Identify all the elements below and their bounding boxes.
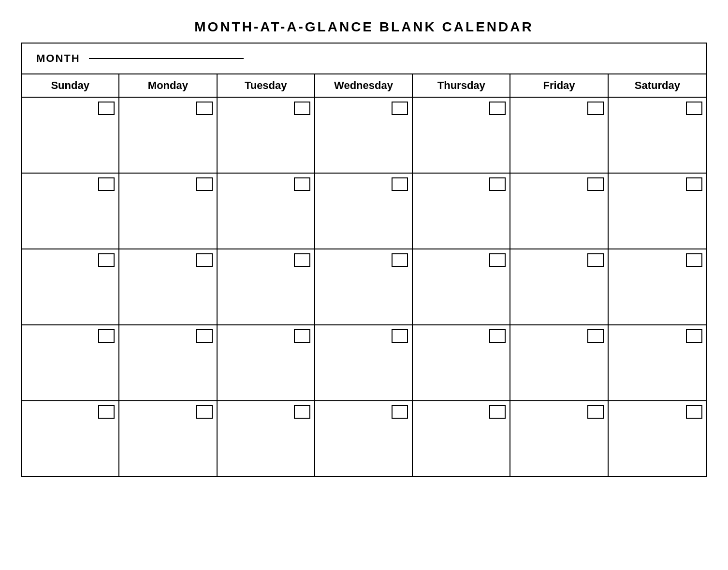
cell-r3-sat[interactable]	[609, 249, 706, 324]
date-box	[294, 329, 310, 343]
date-box	[196, 405, 213, 419]
cell-r4-sat[interactable]	[609, 325, 706, 400]
calendar: MONTH Sunday Monday Tuesday Wednesday Th…	[21, 43, 707, 477]
date-box	[98, 405, 115, 419]
cell-r4-thu[interactable]	[413, 325, 510, 400]
day-header-thursday: Thursday	[413, 74, 510, 97]
cell-r2-thu[interactable]	[413, 174, 510, 248]
cell-r5-mon[interactable]	[119, 401, 217, 476]
cell-r5-wed[interactable]	[315, 401, 413, 476]
cell-r1-tue[interactable]	[218, 98, 315, 173]
cell-r2-sun[interactable]	[22, 174, 119, 248]
date-box	[392, 405, 408, 419]
date-box	[587, 102, 604, 115]
page-wrapper: MONTH-AT-A-GLANCE BLANK CALENDAR MONTH S…	[16, 10, 712, 487]
date-box	[98, 177, 115, 191]
cell-r5-thu[interactable]	[413, 401, 510, 476]
date-box	[98, 253, 115, 267]
day-header-monday: Monday	[119, 74, 217, 97]
date-box	[587, 329, 604, 343]
calendar-row-5	[22, 401, 706, 476]
cell-r4-mon[interactable]	[119, 325, 217, 400]
cell-r3-tue[interactable]	[218, 249, 315, 324]
date-box	[686, 102, 702, 115]
date-box	[587, 177, 604, 191]
cell-r2-fri[interactable]	[510, 174, 608, 248]
cell-r3-sun[interactable]	[22, 249, 119, 324]
cell-r1-fri[interactable]	[510, 98, 608, 173]
calendar-row-1	[22, 98, 706, 174]
date-box	[196, 177, 213, 191]
cell-r3-wed[interactable]	[315, 249, 413, 324]
cell-r2-sat[interactable]	[609, 174, 706, 248]
date-box	[294, 405, 310, 419]
cell-r1-wed[interactable]	[315, 98, 413, 173]
days-header: Sunday Monday Tuesday Wednesday Thursday…	[22, 74, 706, 98]
cell-r4-wed[interactable]	[315, 325, 413, 400]
date-box	[196, 329, 213, 343]
page-title: MONTH-AT-A-GLANCE BLANK CALENDAR	[21, 19, 707, 35]
calendar-row-2	[22, 174, 706, 249]
cell-r1-sat[interactable]	[609, 98, 706, 173]
date-box	[489, 253, 506, 267]
day-header-sunday: Sunday	[22, 74, 119, 97]
date-box	[686, 177, 702, 191]
cell-r1-thu[interactable]	[413, 98, 510, 173]
cell-r3-thu[interactable]	[413, 249, 510, 324]
date-box	[196, 102, 213, 115]
date-box	[686, 405, 702, 419]
cell-r5-fri[interactable]	[510, 401, 608, 476]
cell-r1-sun[interactable]	[22, 98, 119, 173]
cell-r5-sat[interactable]	[609, 401, 706, 476]
date-box	[686, 253, 702, 267]
month-header: MONTH	[22, 44, 706, 74]
cell-r4-fri[interactable]	[510, 325, 608, 400]
month-line	[89, 58, 244, 59]
cell-r2-wed[interactable]	[315, 174, 413, 248]
cell-r1-mon[interactable]	[119, 98, 217, 173]
date-box	[392, 177, 408, 191]
date-box	[489, 329, 506, 343]
date-box	[294, 253, 310, 267]
cell-r3-mon[interactable]	[119, 249, 217, 324]
cell-r2-mon[interactable]	[119, 174, 217, 248]
date-box	[392, 253, 408, 267]
date-box	[392, 102, 408, 115]
date-box	[294, 102, 310, 115]
cell-r4-sun[interactable]	[22, 325, 119, 400]
date-box	[489, 102, 506, 115]
cell-r2-tue[interactable]	[218, 174, 315, 248]
calendar-row-3	[22, 249, 706, 325]
day-header-saturday: Saturday	[609, 74, 706, 97]
day-header-friday: Friday	[510, 74, 608, 97]
cell-r5-sun[interactable]	[22, 401, 119, 476]
date-box	[294, 177, 310, 191]
date-box	[489, 177, 506, 191]
calendar-row-4	[22, 325, 706, 401]
date-box	[98, 102, 115, 115]
cell-r3-fri[interactable]	[510, 249, 608, 324]
calendar-grid	[22, 98, 706, 476]
date-box	[196, 253, 213, 267]
month-label: MONTH	[36, 52, 80, 65]
date-box	[686, 329, 702, 343]
cell-r4-tue[interactable]	[218, 325, 315, 400]
date-box	[587, 405, 604, 419]
date-box	[98, 329, 115, 343]
day-header-wednesday: Wednesday	[315, 74, 413, 97]
date-box	[392, 329, 408, 343]
day-header-tuesday: Tuesday	[218, 74, 315, 97]
cell-r5-tue[interactable]	[218, 401, 315, 476]
date-box	[587, 253, 604, 267]
date-box	[489, 405, 506, 419]
